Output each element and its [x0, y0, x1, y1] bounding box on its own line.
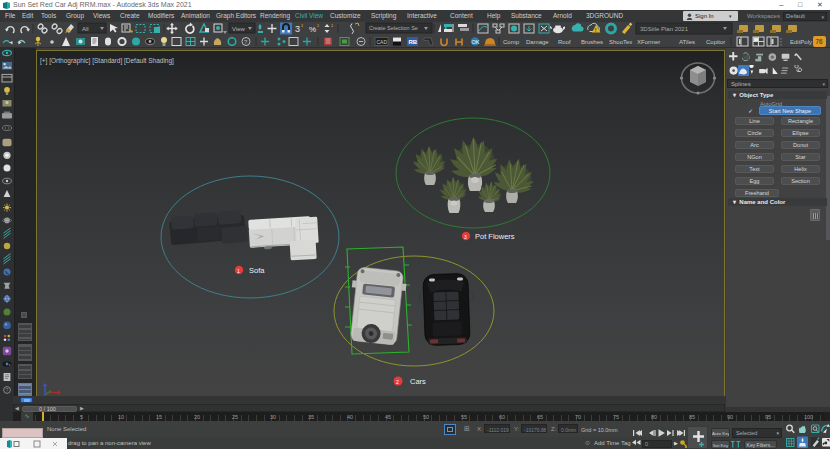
svg-text:EditPoly: EditPoly	[790, 39, 812, 45]
svg-text:CAD: CAD	[377, 39, 388, 45]
svg-text:Brushes: Brushes	[581, 39, 603, 45]
svg-text:76: 76	[816, 38, 824, 45]
svg-text:Copitor: Copitor	[706, 39, 725, 45]
svg-text:²: ²	[317, 23, 319, 29]
svg-text:!: !	[595, 27, 597, 33]
svg-text:1: 1	[237, 268, 240, 274]
svg-text:ATiles: ATiles	[679, 39, 695, 45]
svg-text:Create Selection Se: Create Selection Se	[369, 25, 418, 31]
svg-text:2: 2	[396, 379, 399, 385]
svg-text:%: %	[309, 25, 316, 34]
svg-text:OK: OK	[472, 39, 480, 45]
svg-text:XFormer: XFormer	[637, 39, 660, 45]
svg-text:Sofa: Sofa	[249, 266, 265, 275]
svg-text:Comp: Comp	[503, 39, 520, 45]
svg-text:ShooTex: ShooTex	[609, 39, 632, 45]
svg-text:Cars: Cars	[410, 377, 426, 386]
svg-text:All: All	[82, 26, 89, 32]
svg-text:²: ²	[331, 23, 333, 29]
svg-text:Damage: Damage	[526, 39, 549, 45]
svg-text:Roof: Roof	[558, 39, 571, 45]
svg-text:Pot Flowers: Pot Flowers	[475, 232, 515, 241]
svg-text:?: ?	[5, 387, 8, 393]
svg-text:3DStile Plan 2021: 3DStile Plan 2021	[640, 26, 689, 32]
svg-text:²: ²	[301, 23, 303, 29]
svg-text:?: ?	[244, 39, 248, 45]
svg-text:3: 3	[295, 24, 300, 34]
svg-text:RB: RB	[409, 39, 418, 45]
svg-text:View: View	[232, 26, 246, 32]
svg-text:3: 3	[464, 234, 467, 240]
